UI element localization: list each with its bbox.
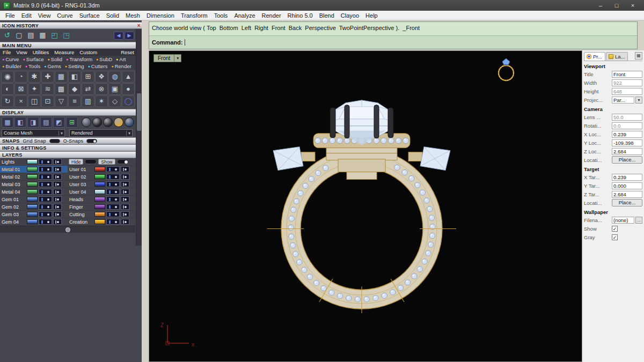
layer-lock-toggle[interactable]: [121, 174, 129, 180]
render-sphere-icon[interactable]: [92, 117, 102, 127]
grid-snap-toggle[interactable]: [49, 139, 60, 143]
menu-clayoo[interactable]: Clayoo: [338, 12, 362, 19]
menu-curve[interactable]: Curve: [54, 12, 76, 19]
tb-dot-icon[interactable]: ●: [122, 83, 135, 95]
layer-color-swatch[interactable]: [94, 204, 105, 209]
hide-toggle[interactable]: [85, 159, 97, 164]
property-value[interactable]: 648: [612, 88, 642, 95]
menu-file[interactable]: File: [2, 12, 18, 19]
display-half-left-icon[interactable]: ◧: [14, 117, 26, 128]
place-button[interactable]: Place...: [612, 199, 642, 206]
render-sphere-icon[interactable]: [125, 117, 134, 127]
table-icon[interactable]: ▦: [38, 31, 48, 40]
menu-cat-solid[interactable]: ●Solid: [48, 56, 62, 62]
layer-row-heads[interactable]: Heads: [68, 196, 135, 203]
layer-lock-toggle[interactable]: [121, 211, 129, 217]
menu-cat-transform[interactable]: ●Transform: [66, 56, 92, 62]
notes-icon[interactable]: ▤: [26, 31, 36, 40]
layer-lock-toggle[interactable]: [53, 211, 62, 217]
menu-cat-curve[interactable]: ●Curve: [2, 56, 19, 62]
tb-delete-icon[interactable]: ⊠: [14, 83, 27, 95]
layer-lock-toggle[interactable]: [53, 174, 62, 180]
history-back-icon[interactable]: ◀: [114, 32, 123, 40]
tb-array-icon[interactable]: ⊞: [82, 71, 94, 83]
undo-history-icon[interactable]: ↺: [2, 31, 12, 40]
layer-lock-toggle[interactable]: [53, 189, 62, 195]
menu-cat-setting[interactable]: ●Setting: [65, 63, 84, 69]
tb-points-icon[interactable]: ✱: [28, 71, 41, 83]
main-menu-file[interactable]: File: [3, 49, 11, 55]
menu-cat-gems[interactable]: ●Gems: [44, 63, 61, 69]
tab-properties[interactable]: Pr...: [584, 52, 605, 61]
layer-row-creation[interactable]: Creation: [68, 218, 135, 226]
viewport-menu-arrow-icon[interactable]: ▾: [174, 54, 181, 62]
menu-rhino-5-0[interactable]: Rhino 5.0: [284, 12, 316, 19]
hide-button[interactable]: Hide: [69, 159, 83, 165]
layer-color-swatch[interactable]: [94, 219, 105, 224]
property-value[interactable]: 0.000: [612, 182, 642, 189]
tb-waves-icon[interactable]: ≋: [41, 83, 54, 95]
layer-visibility-toggle[interactable]: [39, 196, 52, 202]
history-forward-icon[interactable]: ▶: [125, 32, 134, 40]
main-menu-custom[interactable]: Custom: [79, 49, 97, 55]
tb-shade-icon[interactable]: ◐: [1, 83, 14, 95]
tb-rows-icon[interactable]: ▥: [82, 95, 94, 107]
menu-render[interactable]: Render: [259, 12, 284, 19]
tb-rotate-icon[interactable]: ↻: [1, 95, 14, 107]
render-sphere-icon[interactable]: [82, 117, 91, 127]
tb-sphere-icon[interactable]: ◍: [108, 71, 121, 83]
menu-cat-builder[interactable]: ●Builder: [2, 63, 21, 69]
tab-layers[interactable]: La...: [606, 52, 628, 61]
layer-color-swatch[interactable]: [27, 182, 38, 187]
maximize-icon[interactable]: □: [609, 1, 625, 10]
layer-visibility-toggle[interactable]: [106, 174, 120, 180]
render-mode-dropdown[interactable]: Rendered ▾: [69, 129, 133, 137]
tb-ring-tool-icon[interactable]: ◯: [122, 95, 135, 107]
display-wire-icon[interactable]: ▦: [2, 117, 13, 128]
property-value[interactable]: 0.0: [612, 122, 642, 129]
render-sphere-icon[interactable]: [103, 117, 113, 127]
layer-row-metal-01[interactable]: Metal 01: [0, 166, 68, 173]
tb-box-icon[interactable]: ▣: [108, 83, 121, 95]
layer-color-swatch[interactable]: [94, 182, 105, 187]
property-value[interactable]: Par...: [612, 97, 634, 104]
menu-help[interactable]: Help: [362, 12, 381, 19]
layer-row-finger[interactable]: Finger: [68, 203, 135, 211]
layer-visibility-toggle[interactable]: [39, 211, 52, 217]
property-value[interactable]: Front: [612, 71, 642, 78]
tb-gem-tool-icon[interactable]: ❖: [95, 71, 108, 83]
show-button[interactable]: Show: [98, 159, 115, 165]
layer-lock-toggle[interactable]: [53, 159, 62, 165]
layer-color-swatch[interactable]: [94, 197, 105, 202]
layer-visibility-toggle[interactable]: [39, 166, 52, 172]
tb-panels-icon[interactable]: ◫: [28, 95, 41, 107]
layer-color-swatch[interactable]: [94, 212, 105, 217]
layer-color-swatch[interactable]: [94, 167, 105, 172]
viewport-title-button[interactable]: Front: [153, 54, 174, 62]
open-folder-icon[interactable]: ◰: [49, 31, 60, 40]
export-icon[interactable]: ◳: [61, 31, 71, 40]
menu-solid[interactable]: Solid: [103, 12, 122, 19]
layer-color-swatch[interactable]: [27, 189, 38, 194]
menu-tools[interactable]: Tools: [211, 12, 231, 19]
browse-button[interactable]: ...: [635, 217, 642, 224]
layer-color-swatch[interactable]: [27, 197, 38, 202]
close-icon[interactable]: ×: [137, 23, 141, 29]
scroll-knob[interactable]: [65, 227, 70, 232]
layer-visibility-toggle[interactable]: [39, 159, 52, 165]
layer-row-metal-04[interactable]: Metal 04: [0, 188, 68, 196]
layer-visibility-toggle[interactable]: [106, 204, 120, 210]
menu-view[interactable]: View: [35, 12, 54, 19]
display-corner-icon[interactable]: ◩: [53, 117, 65, 128]
layer-row-metal-03[interactable]: Metal 03: [0, 181, 68, 188]
display-half-right-icon[interactable]: ◨: [27, 117, 39, 128]
layer-visibility-toggle[interactable]: [106, 219, 120, 225]
main-menu-measure[interactable]: Measure: [54, 49, 74, 55]
menu-cat-cutters[interactable]: ●Cutters: [88, 63, 108, 69]
display-lines-icon[interactable]: ▤: [40, 117, 52, 128]
tb-hatch-icon[interactable]: ▩: [55, 83, 68, 95]
layer-visibility-toggle[interactable]: [106, 196, 120, 202]
layer-color-swatch[interactable]: [94, 174, 105, 179]
layer-row-user-03[interactable]: User 03: [68, 181, 135, 188]
layer-color-swatch[interactable]: [27, 174, 38, 179]
